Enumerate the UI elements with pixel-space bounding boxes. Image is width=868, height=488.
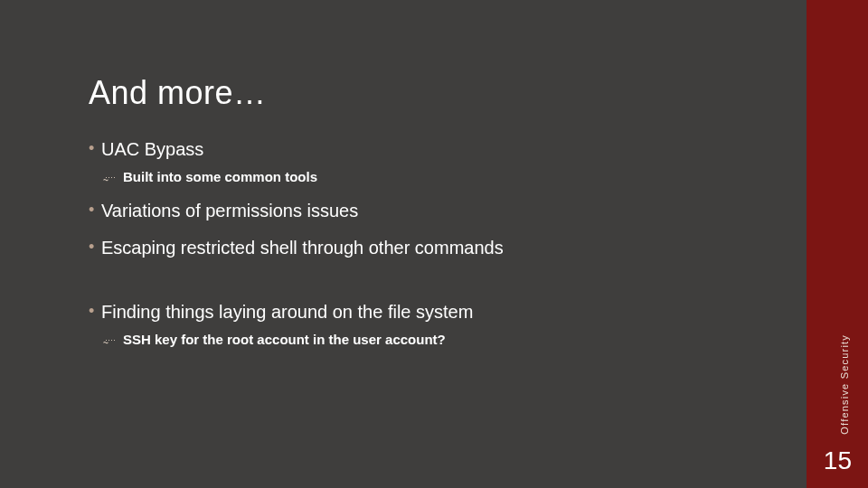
sub-bullet-item: ~ SSH key for the root account in the us…: [89, 332, 776, 347]
bullet-item: Finding things laying around on the file…: [89, 302, 776, 323]
bullet-item: Escaping restricted shell through other …: [89, 238, 776, 258]
bullet-item: Variations of permissions issues: [89, 201, 776, 221]
page-number: 15: [824, 446, 852, 475]
side-label: Offensive Security: [839, 334, 850, 435]
slide-title: And more…: [89, 74, 776, 112]
bullet-text: Escaping restricted shell through other …: [101, 238, 504, 258]
bullet-text: UAC Bypass: [101, 139, 203, 159]
bullet-text: Finding things laying around on the file…: [101, 302, 473, 322]
bullet-list: UAC Bypass ~ Built into some common tool…: [89, 139, 776, 347]
sub-bullet-item: ~ Built into some common tools: [89, 169, 776, 184]
sub-bullet-text: Built into some common tools: [123, 169, 317, 184]
bullet-text: Variations of permissions issues: [101, 201, 358, 221]
tilde-icon: ~: [103, 338, 107, 348]
tilde-icon: ~: [103, 175, 107, 185]
bullet-item: UAC Bypass: [89, 139, 776, 160]
slide-content: And more… UAC Bypass ~ Built into some c…: [89, 74, 776, 363]
sub-bullet-text: SSH key for the root account in the user…: [123, 332, 446, 347]
sidebar-accent: [807, 0, 868, 488]
